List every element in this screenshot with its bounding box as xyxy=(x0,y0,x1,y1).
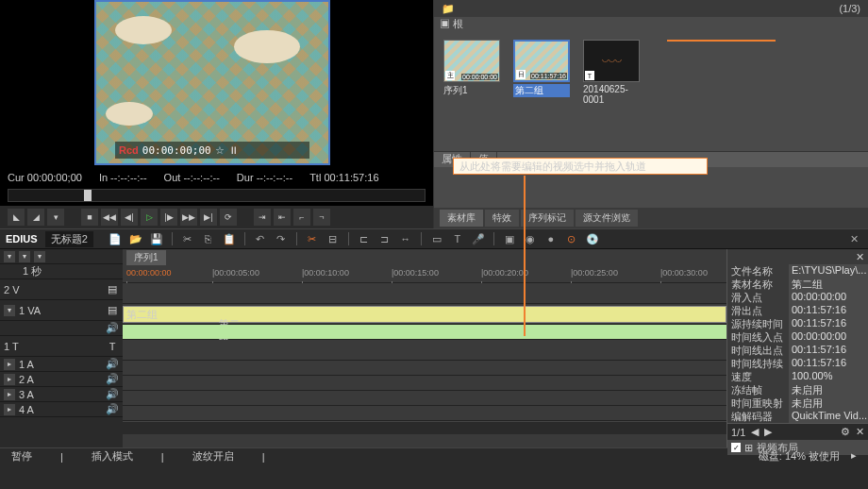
title-btn[interactable]: T xyxy=(449,230,466,247)
status-pause: 暂停 xyxy=(11,449,32,464)
lane-1t[interactable] xyxy=(123,340,726,361)
prev-icon[interactable]: ◀ xyxy=(751,426,759,438)
insert-btn[interactable]: ⇥ xyxy=(254,209,271,226)
speaker-icon[interactable]: 🔊 xyxy=(106,403,119,416)
save-btn[interactable]: 💾 xyxy=(148,230,165,247)
slide-tool[interactable]: ↔ xyxy=(397,230,414,247)
expand-icon[interactable]: ▾ xyxy=(34,251,45,262)
set-out-btn[interactable]: ◢ xyxy=(27,209,44,226)
redo-btn[interactable]: ↷ xyxy=(273,230,290,247)
title-icon[interactable]: T xyxy=(106,340,119,353)
prev-frame-btn[interactable]: ◀| xyxy=(121,209,138,226)
end-btn[interactable]: ▶| xyxy=(200,209,217,226)
status-disk: 磁盘: 14% 被使用 xyxy=(759,449,840,464)
preview-panel: Rcd 00:00:00;00 ☆ ⏸ Cur 00:00:00;00 In -… xyxy=(0,0,434,228)
track-1va-audio[interactable]: 🔊 xyxy=(0,321,123,336)
lane-1a[interactable] xyxy=(123,361,726,376)
paste-btn[interactable]: 📋 xyxy=(221,230,238,247)
audio-waveform[interactable] xyxy=(123,325,726,339)
track-2a[interactable]: ▸2 A 🔊 xyxy=(0,372,123,387)
ffwd-btn[interactable]: ▶▶ xyxy=(180,209,197,226)
tab-source[interactable]: 源文件浏览 xyxy=(576,210,638,227)
lane-2v[interactable] xyxy=(123,283,726,304)
transition-btn[interactable]: ▭ xyxy=(428,230,445,247)
slip-tool[interactable]: ⊐ xyxy=(376,230,393,247)
render-btn[interactable]: ▣ xyxy=(501,230,518,247)
metadata-row: 滑入点00:00:00:00 xyxy=(727,291,868,304)
close-icon[interactable]: ✕ xyxy=(856,426,864,438)
trim-tool[interactable]: ⊏ xyxy=(356,230,373,247)
burn-btn[interactable]: 💿 xyxy=(584,230,601,247)
speaker-icon[interactable]: 🔊 xyxy=(106,388,119,401)
app-brand: EDIUS xyxy=(6,233,38,244)
bin-clip[interactable]: 主00:00:00:00 序列1 xyxy=(443,40,500,143)
copy-btn[interactable]: ⎘ xyxy=(200,230,217,247)
next-icon[interactable]: ▶ xyxy=(764,426,772,438)
speaker-icon[interactable]: 🔊 xyxy=(106,322,119,335)
timeline-ruler[interactable]: 00:00:00:00 |00:00:05:00 |00:00:10:00 |0… xyxy=(123,266,726,283)
lane-3a[interactable] xyxy=(123,391,726,406)
timeline-scrollbar[interactable] xyxy=(123,421,726,434)
track-4a[interactable]: ▸4 A 🔊 xyxy=(0,402,123,417)
rec-label: Rcd xyxy=(119,144,139,156)
video-icon[interactable]: ▤ xyxy=(106,283,119,296)
track-1a[interactable]: ▸1 A 🔊 xyxy=(0,357,123,372)
folder-name[interactable]: 根 xyxy=(453,18,463,29)
lane-1va[interactable]: 第二组 xyxy=(123,304,726,325)
lane-4a[interactable] xyxy=(123,406,726,421)
expand-icon[interactable]: ▾ xyxy=(19,251,30,262)
metadata-row: 滑出点00:11:57:16 xyxy=(727,304,868,317)
sequence-tab[interactable]: 序列1 xyxy=(126,250,166,265)
folder-icon[interactable]: ▣ xyxy=(440,18,450,29)
timeline-canvas[interactable]: 序列1 00:00:00:00 |00:00:05:00 |00:00:10:0… xyxy=(123,249,726,447)
expand-icon[interactable]: ▾ xyxy=(4,251,15,262)
play-btn[interactable]: ▷ xyxy=(141,209,158,226)
split-btn[interactable]: ✂ xyxy=(304,230,321,247)
cut-btn[interactable]: ✂ xyxy=(179,230,196,247)
preview-monitor[interactable]: Rcd 00:00:00;00 ☆ ⏸ xyxy=(94,0,330,165)
expand-icon[interactable]: ▸ xyxy=(851,449,857,464)
video-icon[interactable]: ▤ xyxy=(106,304,119,317)
tab-effects[interactable]: 特效 xyxy=(485,210,519,227)
stop-btn[interactable]: ■ xyxy=(81,209,98,226)
speaker-icon[interactable]: 🔊 xyxy=(106,373,119,386)
speaker-icon[interactable]: 🔊 xyxy=(106,358,119,371)
clip[interactable]: 第二组 xyxy=(123,306,726,323)
close-icon[interactable]: ✕ xyxy=(856,251,864,263)
overwrite-btn[interactable]: ⇤ xyxy=(274,209,291,226)
time-scale[interactable]: 1 秒 xyxy=(23,264,42,278)
bin-folder-icon[interactable]: 📁 xyxy=(442,3,455,15)
rec-timecode: 00:00:00;00 xyxy=(142,144,211,157)
trim-out-btn[interactable]: ¬ xyxy=(313,209,330,226)
capture-btn[interactable]: ● xyxy=(542,230,559,247)
bin-clip-selected[interactable]: 日00:11:57:16 第二组 xyxy=(513,40,570,143)
bin-clip[interactable]: ◡◡◡T 20140625-0001 xyxy=(583,40,640,143)
track-1va[interactable]: ▾ 1 VA ▤ xyxy=(0,300,123,321)
trim-in-btn[interactable]: ⌐ xyxy=(293,209,310,226)
lane-2a[interactable] xyxy=(123,376,726,391)
delete-gap-btn[interactable]: ⊟ xyxy=(325,230,342,247)
mark-btn[interactable]: ▾ xyxy=(47,209,64,226)
settings-btn[interactable]: ⊙ xyxy=(563,230,580,247)
checkbox-icon[interactable]: ✓ xyxy=(731,443,741,452)
set-in-btn[interactable]: ◣ xyxy=(8,209,25,226)
audio-btn[interactable]: 🎤 xyxy=(470,230,487,247)
tab-bin[interactable]: 素材库 xyxy=(440,210,483,227)
annotation-arrow xyxy=(524,176,526,336)
loop-btn[interactable]: ⟳ xyxy=(220,209,237,226)
settings-icon[interactable]: ⚙ xyxy=(841,426,850,438)
tab-markers[interactable]: 序列标记 xyxy=(521,210,574,227)
close-btn[interactable]: ✕ xyxy=(845,230,862,247)
track-3a[interactable]: ▸3 A 🔊 xyxy=(0,387,123,402)
expand-icon[interactable]: ▾ xyxy=(4,305,15,316)
track-2v[interactable]: 2 V ▤ xyxy=(0,279,123,300)
scrubber-handle[interactable] xyxy=(84,190,92,201)
undo-btn[interactable]: ↶ xyxy=(252,230,269,247)
rew-btn[interactable]: ◀◀ xyxy=(101,209,118,226)
lane-1va-audio[interactable]: 第二组 第二组 xyxy=(123,325,726,340)
open-btn[interactable]: 📂 xyxy=(127,230,144,247)
new-btn[interactable]: 📄 xyxy=(107,230,124,247)
next-frame-btn[interactable]: |▶ xyxy=(160,209,177,226)
preview-scrubber[interactable] xyxy=(8,189,426,202)
track-1t[interactable]: 1 T T xyxy=(0,336,123,357)
